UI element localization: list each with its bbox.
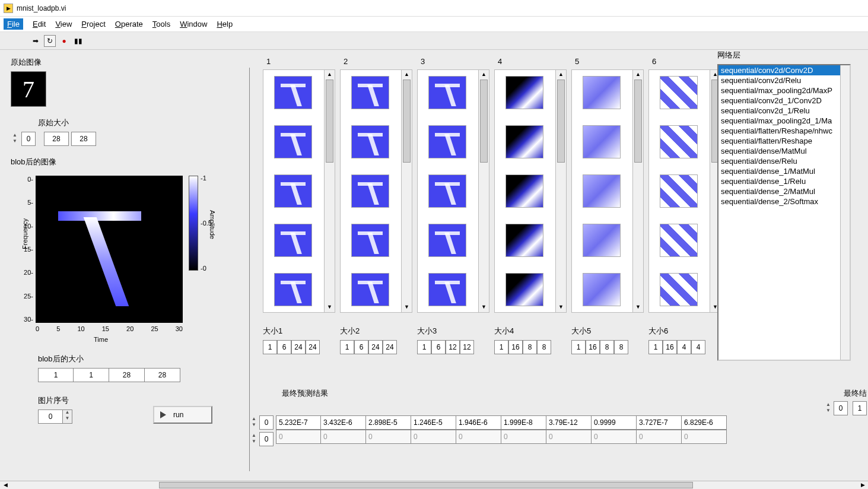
feature-thumb[interactable] (267, 122, 319, 161)
feature-thumb[interactable] (267, 270, 319, 310)
right-result-idx[interactable]: 0 (834, 401, 848, 415)
size-cell[interactable]: 24 (368, 340, 383, 354)
intensity-graph[interactable]: 0-5-10-15-20-25-30- Frequency 0510152025… (11, 171, 224, 343)
layer-item[interactable]: sequential/dense_1/MatMul (718, 166, 850, 176)
pause-icon[interactable]: ▮▮ (72, 35, 84, 47)
size-array[interactable]: 11688 (571, 340, 647, 354)
size-cell[interactable]: 16 (508, 340, 523, 354)
size-array[interactable]: 161212 (417, 340, 493, 354)
feature-thumb[interactable] (498, 171, 551, 211)
menu-help[interactable]: Help (217, 20, 233, 28)
size-cell[interactable]: 4 (677, 340, 691, 354)
feature-thumb[interactable] (576, 270, 628, 310)
feature-thumb[interactable] (653, 72, 705, 112)
size-array[interactable]: 162424 (340, 340, 416, 354)
run-continuous-icon[interactable]: ↻ (44, 35, 56, 47)
size-array[interactable]: 11644 (648, 340, 724, 354)
feature-thumb[interactable] (498, 270, 551, 310)
feature-thumb[interactable] (653, 221, 705, 261)
pred-cell[interactable]: 3.727E-7 (637, 415, 682, 430)
right-result-val[interactable]: 1 (853, 401, 867, 415)
run-arrow-icon[interactable]: ➡ (30, 35, 42, 47)
menu-project[interactable]: Project (81, 20, 105, 28)
pred-cell[interactable]: 1.946E-6 (456, 415, 501, 430)
size-cell[interactable]: 24 (383, 340, 397, 354)
image-index-field[interactable]: 0 (38, 409, 63, 424)
abort-icon[interactable]: ● (58, 35, 70, 47)
pred-cell[interactable]: 3.432E-6 (321, 415, 366, 430)
feature-thumb[interactable] (576, 122, 628, 161)
right-result-spinner[interactable]: ▲▼ (824, 402, 832, 414)
size-cell[interactable]: 16 (586, 340, 600, 354)
size-cell[interactable]: 1 (340, 340, 354, 354)
blob-size-array[interactable]: 1 1 28 28 (38, 368, 239, 382)
scroll-right-icon[interactable]: ▶ (857, 481, 868, 489)
size-cell[interactable]: 12 (460, 340, 474, 354)
size-cell[interactable]: 1 (417, 340, 431, 354)
menu-tools[interactable]: Tools (152, 20, 170, 28)
layer-item[interactable]: sequential/dense_1/Relu (718, 176, 850, 186)
menu-window[interactable]: Window (180, 20, 207, 28)
size-cell[interactable]: 12 (446, 340, 460, 354)
orig-size-w[interactable]: 28 (44, 132, 69, 146)
feature-thumb[interactable] (267, 72, 319, 112)
layer-item[interactable]: sequential/dense_2/MatMul (718, 186, 850, 196)
feature-thumb[interactable] (421, 122, 473, 161)
orig-size-index[interactable]: 0 (21, 132, 36, 146)
layer-item[interactable]: sequential/conv2d/Conv2D (718, 65, 850, 75)
layers-scrollbar[interactable] (840, 65, 850, 360)
column-scrollbar[interactable]: ▲▼ (556, 69, 567, 313)
run-button[interactable]: run (153, 406, 212, 424)
feature-thumb[interactable] (576, 171, 628, 211)
pred-idx1-spinner[interactable]: ▲▼ (250, 417, 258, 428)
column-scrollbar[interactable]: ▲▼ (325, 69, 335, 313)
layer-item[interactable]: sequential/dense/MatMul (718, 146, 850, 156)
size-cell[interactable]: 4 (691, 340, 705, 354)
menu-operate[interactable]: Operate (115, 20, 143, 28)
feature-thumb[interactable] (267, 221, 319, 261)
feature-thumb[interactable] (344, 171, 396, 211)
pred-cell[interactable]: 2.898E-5 (366, 415, 411, 430)
size-cell[interactable]: 24 (291, 340, 306, 354)
pred-idx1[interactable]: 0 (259, 415, 274, 430)
size-cell[interactable]: 8 (537, 340, 551, 354)
feature-thumb[interactable] (498, 221, 551, 261)
pred-cell[interactable]: 1.999E-8 (501, 415, 546, 430)
feature-thumb[interactable] (344, 122, 396, 161)
pred-idx2[interactable]: 0 (259, 432, 274, 446)
feature-thumb[interactable] (498, 72, 551, 112)
menu-view[interactable]: View (55, 20, 72, 28)
size-cell[interactable]: 1 (263, 340, 277, 354)
pred-cell[interactable]: 0.9999 (592, 415, 637, 430)
pred-cell[interactable]: 3.79E-12 (546, 415, 592, 430)
layer-item[interactable]: sequential/conv2d_1/Relu (718, 106, 850, 116)
feature-thumb[interactable] (421, 270, 473, 310)
size-cell[interactable]: 8 (614, 340, 628, 354)
orig-size-h[interactable]: 28 (71, 132, 96, 146)
size-cell[interactable]: 6 (354, 340, 368, 354)
size-cell[interactable]: 8 (523, 340, 537, 354)
scroll-left-icon[interactable]: ◀ (0, 481, 11, 489)
feature-thumb[interactable] (344, 270, 396, 310)
feature-thumb[interactable] (421, 72, 473, 112)
feature-thumb[interactable] (576, 221, 628, 261)
layer-item[interactable]: sequential/conv2d_1/Conv2D (718, 96, 850, 106)
feature-thumb[interactable] (344, 221, 396, 261)
pred-cell[interactable]: 6.829E-6 (682, 415, 727, 430)
horizontal-scrollbar[interactable]: ◀ ▶ (0, 481, 868, 489)
feature-thumb[interactable] (421, 171, 473, 211)
image-index-spinner[interactable]: ▲▼ (63, 409, 72, 424)
menu-edit[interactable]: Edit (33, 20, 46, 28)
column-scrollbar[interactable]: ▲▼ (633, 69, 644, 313)
feature-thumb[interactable] (653, 122, 705, 161)
scroll-thumb[interactable] (159, 482, 693, 488)
size-cell[interactable]: 6 (431, 340, 446, 354)
feature-thumb[interactable] (421, 221, 473, 261)
layer-item[interactable]: sequential/conv2d/Relu (718, 75, 850, 85)
size-cell[interactable]: 16 (663, 340, 677, 354)
column-scrollbar[interactable]: ▲▼ (402, 69, 412, 313)
orig-size-index-spinner[interactable]: ▲▼ (11, 133, 19, 145)
layers-listbox[interactable]: sequential/conv2d/Conv2Dsequential/conv2… (717, 64, 851, 361)
size-cell[interactable]: 1 (571, 340, 586, 354)
pred-cell[interactable]: 5.232E-7 (276, 415, 321, 430)
